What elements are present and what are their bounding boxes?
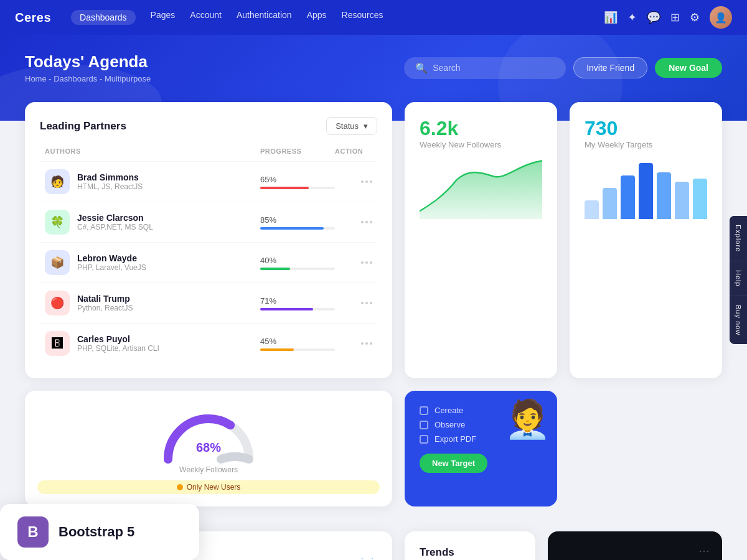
author-details: Lebron Wayde PHP, Laravel, VueJS — [77, 253, 146, 272]
navbar: Ceres Dashboards Pages Account Authentic… — [0, 0, 747, 35]
header-text: Todays' Agenda Home - Dashboards - Multi… — [25, 52, 151, 83]
checkbox[interactable] — [420, 421, 428, 429]
checkbox[interactable] — [420, 435, 428, 444]
table-row: 🍀 Jessie Clarcson C#, ASP.NET, MS SQL 85… — [40, 202, 377, 242]
author-avatar: 📦 — [45, 250, 70, 275]
action-dots[interactable] — [335, 261, 372, 264]
progress-wrap: 85% — [260, 215, 335, 230]
main-content: Leading Partners Status ▾ AUTHORS PROGRE… — [0, 102, 747, 531]
option-label: Cereate — [435, 406, 463, 415]
help-tab[interactable]: Help — [730, 261, 747, 296]
progress-bar — [260, 227, 335, 230]
dot — [365, 180, 368, 183]
dot — [361, 261, 364, 264]
dot — [365, 221, 368, 223]
nav-account[interactable]: Account — [190, 10, 222, 25]
author-avatar: 🔴 — [45, 291, 70, 315]
page-title: Todays' Agenda — [25, 52, 151, 72]
status-dropdown[interactable]: Status ▾ — [326, 117, 377, 135]
settings-icon[interactable]: ⚙ — [690, 11, 700, 24]
dot — [370, 261, 372, 264]
table-row: 🔴 Natali Trump Python, ReactJS 71% — [40, 282, 377, 323]
side-tabs: Explore Help Buy now — [730, 216, 747, 344]
author-info: 🔴 Natali Trump Python, ReactJS — [45, 291, 260, 315]
author-name: Brad Simmons — [77, 172, 143, 182]
dot — [365, 342, 368, 345]
nav-apps[interactable]: Apps — [307, 10, 327, 25]
progress-bar — [260, 268, 335, 270]
dot — [370, 302, 372, 304]
action-dots[interactable] — [335, 302, 372, 304]
explore-tab[interactable]: Explore — [730, 216, 747, 261]
dot — [370, 342, 372, 345]
table-row: 📦 Lebron Wayde PHP, Laravel, VueJS 40% — [40, 242, 377, 282]
author-skills: PHP, SQLite, Artisan CLI — [77, 344, 159, 353]
dot — [361, 180, 364, 183]
author-details: Carles Puyol PHP, SQLite, Artisan CLI — [77, 334, 159, 353]
progress-fill — [260, 308, 313, 310]
new-goal-button[interactable]: New Goal — [655, 58, 722, 78]
author-name: Jessie Clarcson — [77, 213, 153, 223]
bar — [693, 179, 707, 219]
progress-pct: 45% — [260, 337, 335, 346]
bar-chart — [585, 157, 707, 219]
targets-label: My Weekly Targets — [585, 140, 707, 149]
only-dot — [177, 484, 183, 490]
targets-count: 730 — [585, 117, 707, 140]
author-skills: C#, ASP.NET, MS SQL — [77, 223, 153, 231]
progress-wrap: 71% — [260, 296, 335, 310]
trends-title: Trends — [420, 546, 520, 559]
progress-pct: 71% — [260, 296, 335, 306]
author-skills: PHP, Laravel, VueJS — [77, 263, 146, 272]
nav-dashboards[interactable]: Dashboards — [71, 10, 136, 25]
action-dots[interactable] — [335, 221, 372, 223]
search-input[interactable] — [433, 63, 555, 73]
nav-pages[interactable]: Pages — [151, 10, 176, 25]
option-label: Export PDF — [435, 434, 476, 444]
nav-resources[interactable]: Resources — [342, 10, 383, 25]
dot — [365, 261, 368, 264]
sparkle-icon[interactable]: ✦ — [627, 11, 637, 24]
progress-wrap: 65% — [260, 175, 335, 189]
only-new-badge: Only New Users — [37, 480, 380, 494]
progress-pct: 40% — [260, 256, 335, 265]
bar — [675, 182, 689, 219]
partners-title: Leading Partners — [40, 120, 126, 133]
author-details: Brad Simmons HTML, JS, ReactJS — [77, 172, 143, 191]
dot — [361, 221, 364, 223]
gauge-card: 68% Weekly Followers Only New Users — [25, 391, 392, 506]
progress-pct: 65% — [260, 175, 335, 184]
progress-wrap: 40% — [260, 256, 335, 270]
chat-icon[interactable]: 💬 — [647, 11, 660, 24]
partners-card: Leading Partners Status ▾ AUTHORS PROGRE… — [25, 102, 392, 378]
dot — [361, 302, 364, 304]
avatar[interactable]: 👤 — [710, 6, 732, 29]
author-info: 🧑 Brad Simmons HTML, JS, ReactJS — [45, 169, 260, 194]
author-name: Carles Puyol — [77, 334, 159, 344]
nav-authentication[interactable]: Authentication — [237, 10, 292, 25]
author-avatar: 🧑 — [45, 169, 70, 194]
dark-dots: ⋯ — [560, 544, 710, 558]
progress-fill — [260, 227, 324, 230]
dot — [361, 342, 364, 345]
grid-icon[interactable]: ⊞ — [670, 11, 680, 24]
action-dots[interactable] — [335, 180, 372, 183]
progress-wrap: 45% — [260, 337, 335, 351]
author-details: Jessie Clarcson C#, ASP.NET, MS SQL — [77, 213, 153, 231]
option-label: Observe — [435, 420, 465, 429]
invite-friend-button[interactable]: Invite Friend — [573, 57, 647, 78]
buy-now-tab[interactable]: Buy now — [730, 296, 747, 344]
header-top: Todays' Agenda Home - Dashboards - Multi… — [25, 52, 722, 83]
search-box[interactable]: 🔍 — [404, 57, 566, 79]
bootstrap-text: Bootstrap 5 — [59, 524, 134, 540]
new-target-button[interactable]: New Target — [420, 454, 487, 473]
folders-dots-icon[interactable]: ⋮⋮ — [357, 556, 377, 561]
bar-chart-icon[interactable]: 📊 — [604, 11, 618, 24]
trends-card: Trends Latest tech trends 🅿 Top Authors … — [405, 531, 535, 560]
action-dots[interactable] — [335, 342, 372, 345]
area-chart — [420, 157, 542, 219]
progress-fill — [260, 348, 294, 351]
checkbox[interactable] — [420, 406, 428, 415]
followers-card: 6.2k Weekly New Followers — [405, 102, 557, 378]
bootstrap-overlay: B Bootstrap 5 — [0, 504, 199, 560]
